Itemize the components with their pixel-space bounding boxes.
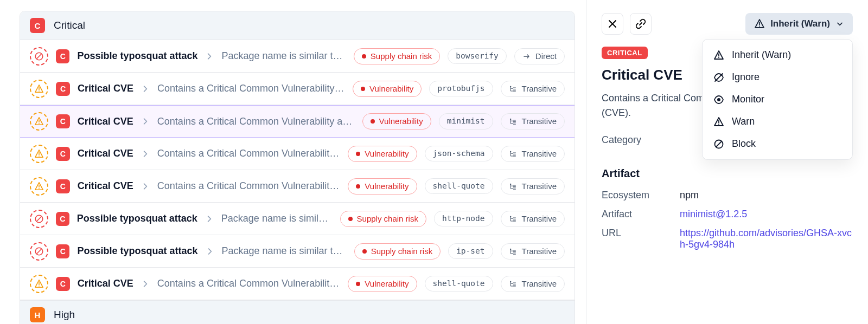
risk-pill: Vulnerability — [348, 178, 417, 195]
dropdown-item-warn[interactable]: Warn — [703, 111, 852, 133]
severity-badge: C — [56, 114, 70, 128]
ecosystem-label: Ecosystem — [602, 190, 667, 201]
package-pill[interactable]: ip-set — [448, 243, 493, 259]
ignore-icon — [713, 72, 724, 83]
alert-row[interactable]: C Possible typosquat attack Package name… — [20, 40, 575, 73]
chevron-right-icon — [141, 280, 150, 288]
package-pill[interactable]: shell-quote — [425, 276, 493, 291]
severity-badge: H — [30, 307, 45, 322]
package-name: shell-quote — [433, 279, 485, 288]
tree-icon — [509, 279, 518, 289]
dependency-type: Transitive — [522, 84, 557, 94]
dropdown-item-label: Warn — [732, 116, 755, 127]
copy-link-button[interactable] — [630, 13, 652, 35]
alert-description: Package name is similar ... — [221, 213, 333, 224]
dependency-pill: Transitive — [501, 81, 565, 97]
dependency-type: Direct — [535, 51, 557, 61]
package-pill[interactable]: protobufjs — [429, 81, 493, 96]
chevron-right-icon — [205, 52, 214, 61]
severity-badge: C — [56, 147, 70, 161]
risk-label: Supply chain risk — [371, 51, 432, 61]
dropdown-item-block[interactable]: Block — [703, 133, 852, 155]
warn-icon — [34, 279, 44, 289]
close-button[interactable] — [602, 13, 623, 35]
status-ring — [30, 112, 48, 131]
chevron-right-icon — [141, 85, 150, 93]
dot-icon — [356, 152, 360, 156]
alert-description: Package name is similar to ... — [222, 245, 347, 257]
alert-title: Possible typosquat attack — [77, 213, 197, 224]
risk-label: Vulnerability — [365, 182, 409, 191]
alert-title: Critical CVE — [78, 148, 133, 159]
warn-icon — [713, 50, 724, 61]
block-icon — [34, 247, 44, 256]
dependency-pill: Transitive — [501, 243, 565, 260]
package-name: bowserify — [456, 51, 499, 61]
dot-icon — [362, 54, 366, 59]
group-header[interactable]: C Critical — [20, 11, 575, 40]
artifact-link[interactable]: minimist@1.2.5 — [680, 209, 853, 220]
package-name: ip-set — [456, 247, 484, 256]
group-header[interactable]: H High — [20, 300, 575, 324]
url-link[interactable]: https://github.com/advisories/GHSA-xvch-… — [680, 228, 853, 250]
warn-icon — [34, 149, 44, 159]
chevron-down-icon — [835, 20, 844, 28]
package-pill[interactable]: http-node — [434, 211, 493, 226]
alert-row[interactable]: C Critical CVE Contains a Critical Commo… — [20, 268, 575, 300]
alert-row[interactable]: C Possible typosquat attack Package name… — [20, 203, 575, 235]
alert-row[interactable]: C Critical CVE Contains a Critical Commo… — [20, 105, 575, 138]
dot-icon — [362, 249, 367, 254]
dependency-pill: Transitive — [501, 276, 565, 292]
chevron-right-icon — [141, 117, 150, 126]
package-name: minimist — [447, 116, 485, 126]
group-title: Critical — [54, 20, 85, 31]
package-pill[interactable]: json-schema — [425, 146, 493, 161]
url-label: URL — [602, 228, 667, 250]
block-icon — [34, 51, 44, 61]
dot-icon — [356, 282, 360, 286]
dependency-type: Transitive — [522, 247, 557, 256]
kv-url: URL https://github.com/advisories/GHSA-x… — [602, 228, 853, 250]
alert-row[interactable]: C Critical CVE Contains a Critical Commo… — [20, 138, 575, 170]
alert-title: Critical CVE — [78, 278, 133, 289]
dropdown-item-label: Ignore — [732, 72, 760, 83]
alert-row[interactable]: C Critical CVE Contains a Critical Commo… — [20, 73, 575, 105]
alert-row[interactable]: C Possible typosquat attack Package name… — [20, 235, 575, 268]
alert-title: Possible typosquat attack — [77, 245, 197, 257]
alert-description: Contains a Critical Common Vulnerability… — [157, 116, 355, 127]
tree-icon — [509, 214, 518, 224]
risk-label: Vulnerability — [379, 116, 423, 126]
action-dropdown-label: Inherit (Warn) — [770, 18, 830, 29]
dependency-type: Transitive — [522, 149, 557, 159]
severity-group-critical: C Critical C Possible typosquat attack P… — [20, 11, 575, 324]
alert-description: Contains a Critical Common Vulnerability… — [157, 83, 345, 94]
warn-icon — [754, 18, 765, 29]
dependency-type: Transitive — [522, 116, 557, 126]
action-dropdown-button[interactable]: Inherit (Warn) — [745, 13, 853, 35]
warn-icon — [34, 116, 44, 126]
alert-row[interactable]: C Critical CVE Contains a Critical Commo… — [20, 170, 575, 203]
block-icon — [34, 214, 44, 224]
chevron-right-icon — [141, 150, 150, 158]
package-pill[interactable]: minimist — [439, 113, 493, 129]
dependency-pill: Direct — [514, 48, 565, 64]
dropdown-item-inherit-warn-[interactable]: Inherit (Warn) — [703, 44, 852, 66]
link-icon — [635, 18, 646, 29]
dropdown-item-label: Block — [732, 138, 756, 150]
status-ring — [30, 177, 48, 196]
warn-icon — [34, 182, 44, 191]
dot-icon — [371, 119, 375, 124]
package-pill[interactable]: shell-quote — [425, 178, 493, 194]
dependency-type: Transitive — [522, 214, 557, 224]
package-pill[interactable]: bowserify — [448, 48, 507, 64]
severity-label: CRITICAL — [602, 47, 648, 59]
block-icon — [713, 139, 724, 150]
status-ring — [30, 210, 48, 228]
status-ring — [30, 242, 48, 261]
risk-label: Vulnerability — [369, 84, 413, 94]
tree-icon — [509, 149, 518, 159]
alerts-list: C Critical C Possible typosquat attack P… — [0, 0, 575, 324]
chevron-right-icon — [205, 215, 214, 223]
dropdown-item-ignore[interactable]: Ignore — [703, 66, 852, 88]
dropdown-item-monitor[interactable]: Monitor — [703, 88, 852, 111]
